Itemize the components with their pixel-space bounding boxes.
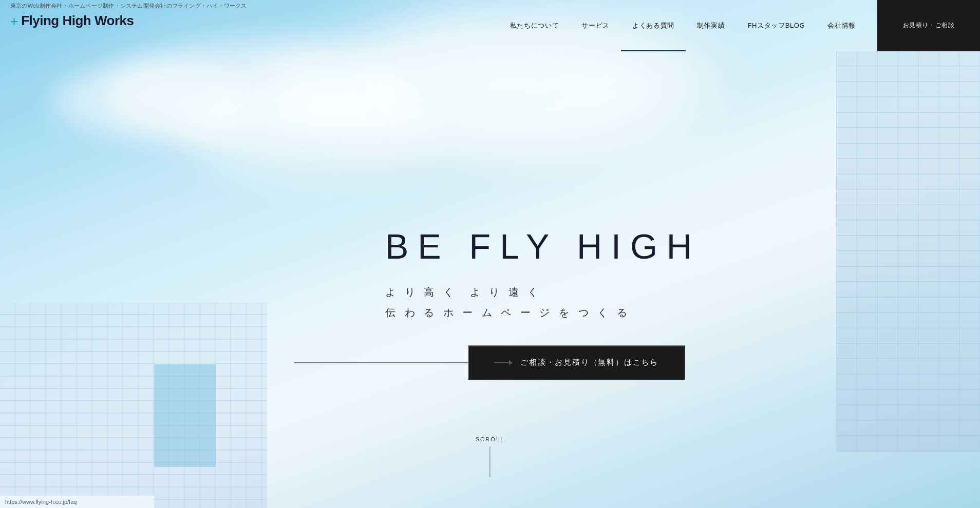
- status-url: https://www.flying-h.co.jp/faq: [5, 499, 77, 505]
- logo-text: Flying High Works: [21, 13, 134, 29]
- nav-item-about[interactable]: 私たちについて: [499, 0, 571, 51]
- hero-subtitle: よ り 高 く よ り 遠 く 伝 わ る ホ ー ム ペ ー ジ を つ く …: [385, 282, 630, 323]
- logo-plus-icon: +: [10, 14, 18, 28]
- scroll-line: [490, 446, 491, 477]
- nav-item-company[interactable]: 会社情報: [816, 0, 867, 51]
- nav-item-works[interactable]: 制作実績: [686, 0, 737, 51]
- hero-cta-label: ご相談・お見積り（無料）はこちら: [520, 358, 658, 367]
- main-nav: 私たちについて サービス よくある質問 制作実績 FHスタッフBLOG 会社情報: [499, 0, 867, 51]
- logo-area[interactable]: + Flying High Works: [10, 13, 134, 29]
- nav-item-faq[interactable]: よくある質問: [621, 0, 686, 51]
- hero-title: BE FLY HIGH: [385, 226, 701, 266]
- site-header: 東京のWeb制作会社・ホームページ制作・システム開発会社のフライング・ハイ・ワー…: [0, 0, 980, 51]
- hero-cta-container: ご相談・お見積り（無料）はこちら: [295, 345, 685, 380]
- arrow-icon: [495, 362, 510, 363]
- hero-subtitle-line1: よ り 高 く よ り 遠 く: [385, 286, 541, 298]
- hero-subtitle-line2: 伝 わ る ホ ー ム ペ ー ジ を つ く る: [385, 307, 630, 318]
- header-cta-label: お見積り・ご相談: [903, 21, 955, 30]
- site-tagline: 東京のWeb制作会社・ホームページ制作・システム開発会社のフライング・ハイ・ワー…: [10, 2, 247, 10]
- scroll-label: SCROLL: [475, 436, 504, 442]
- browser-status-bar: https://www.flying-h.co.jp/faq: [0, 496, 154, 508]
- cta-line-left: [295, 362, 468, 363]
- hero-content: BE FLY HIGH よ り 高 く よ り 遠 く 伝 わ る ホ ー ム …: [0, 0, 980, 508]
- nav-item-blog[interactable]: FHスタッフBLOG: [736, 0, 816, 51]
- scroll-indicator: SCROLL: [475, 436, 504, 477]
- nav-item-service[interactable]: サービス: [570, 0, 621, 51]
- hero-cta-button[interactable]: ご相談・お見積り（無料）はこちら: [468, 345, 685, 380]
- header-cta-button[interactable]: お見積り・ご相談: [877, 0, 980, 51]
